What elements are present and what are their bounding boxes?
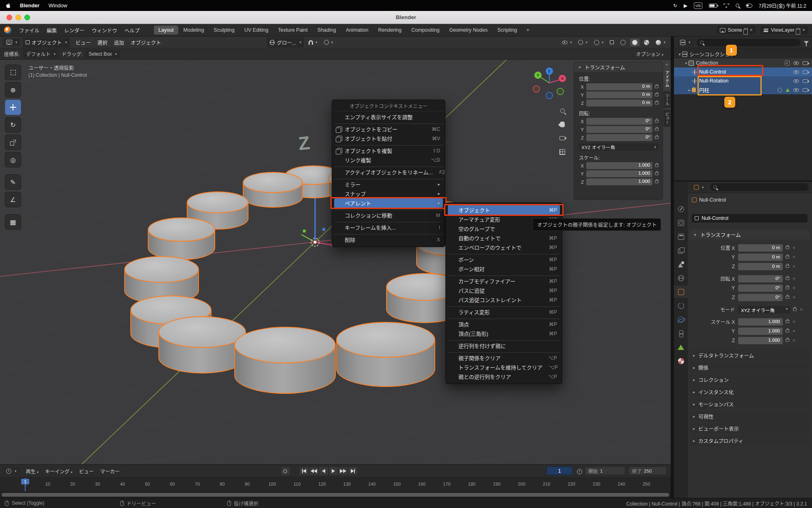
gizmos-dropdown[interactable]: [576, 39, 590, 46]
navigation-gizmo[interactable]: Z Y X: [530, 64, 569, 103]
annotate-tool[interactable]: ✎: [5, 174, 21, 190]
auto-key-button[interactable]: [281, 467, 290, 475]
options-dropdown[interactable]: オプション: [633, 49, 667, 59]
unlink-scene-icon[interactable]: ×: [750, 27, 753, 33]
workspace-tab[interactable]: Sculpting: [209, 26, 239, 35]
hide-eye-icon[interactable]: [793, 79, 799, 83]
tab-tool[interactable]: [674, 203, 688, 215]
control-center-icon[interactable]: [746, 2, 752, 9]
submenu-item[interactable]: エンベロープのウェイトで ⌘P: [448, 243, 560, 252]
filter-icon[interactable]: [804, 41, 809, 44]
menubar-clock[interactable]: 7月29日(金) 午前 11:2: [759, 2, 806, 9]
xray-toggle[interactable]: [608, 39, 616, 46]
timeline-menu[interactable]: 再生: [23, 468, 42, 476]
rotate-icon[interactable]: ↻: [673, 2, 677, 9]
submenu-item[interactable]: オブジェクト ⌘P: [448, 205, 560, 215]
value-field[interactable]: 0 m: [738, 263, 783, 270]
timeline-ruler[interactable]: 1102030405060708090100110120130140150160…: [0, 478, 671, 491]
value-field[interactable]: 0°: [738, 284, 783, 292]
add-workspace-button[interactable]: +: [523, 26, 533, 35]
lock-icon[interactable]: [655, 102, 659, 104]
context-menu-item[interactable]: ミラー ▸: [334, 180, 443, 189]
render-visibility-icon[interactable]: [803, 79, 808, 83]
expand-icon[interactable]: ▾: [684, 61, 689, 65]
tab-world[interactable]: [674, 272, 688, 284]
hide-eye-icon[interactable]: [793, 70, 799, 74]
rotation-field[interactable]: 0°: [586, 118, 652, 125]
overlays-dropdown[interactable]: [592, 39, 606, 46]
render-visibility-icon[interactable]: [803, 61, 808, 65]
expand-icon[interactable]: ▾: [677, 52, 682, 56]
add-cube-tool[interactable]: ▦: [5, 214, 21, 230]
workspace-tab[interactable]: Scripting: [493, 26, 522, 35]
value-field[interactable]: 1.000: [738, 318, 783, 326]
timeline-menu[interactable]: ビュー: [76, 468, 97, 476]
tab-object[interactable]: [674, 286, 688, 298]
workspace-tab[interactable]: Compositing: [407, 26, 444, 35]
collapsed-panel[interactable]: ▸ インスタンス化: [689, 386, 810, 397]
shading-solid-button[interactable]: [630, 39, 639, 46]
shading-rendered-button[interactable]: [654, 39, 667, 46]
unlink-viewlayer-icon[interactable]: ×: [802, 27, 805, 33]
rotation-field[interactable]: 0°: [586, 134, 652, 141]
viewport-3d[interactable]: ユーザー・透視投影 (1) Collection | Null-Control …: [0, 60, 671, 464]
playhead-frame-badge[interactable]: 1: [21, 479, 29, 484]
submenu-item[interactable]: パス追従コンストレイント ⌘P: [448, 295, 560, 304]
frame-end-field[interactable]: 終了 250: [628, 467, 667, 475]
context-menu-item[interactable]: スナップ ▸: [334, 189, 443, 198]
lock-icon[interactable]: [793, 308, 797, 311]
viewport-menu[interactable]: 選択: [94, 39, 111, 47]
editor-type-button[interactable]: [3, 39, 20, 46]
measure-tool[interactable]: ∠: [5, 192, 21, 207]
tab-physics[interactable]: [674, 313, 688, 326]
use-preview-range-icon[interactable]: [577, 468, 582, 475]
lock-icon[interactable]: [786, 246, 789, 249]
collapsed-panel[interactable]: ▸ カスタムプロパティ: [689, 435, 810, 446]
submenu-item[interactable]: 親との逆行列をクリア ⌥P: [448, 372, 560, 381]
lock-icon[interactable]: [786, 256, 789, 258]
coord-dropdown[interactable]: デフォルト: [23, 49, 58, 59]
hide-eye-icon[interactable]: [793, 88, 799, 92]
animate-dot-icon[interactable]: [793, 247, 795, 249]
lock-icon[interactable]: [786, 277, 789, 280]
rotate-tool[interactable]: ↻: [5, 117, 21, 132]
workspace-tab[interactable]: Texture Paint: [274, 26, 312, 35]
topbar-menu[interactable]: ファイル: [15, 27, 43, 35]
collapsed-panel[interactable]: ▸ コレクション: [689, 374, 810, 385]
current-frame-field[interactable]: 1: [546, 467, 572, 475]
context-menu-item[interactable]: キーフレームを挿入... I ▸: [334, 223, 443, 232]
outliner-row-null-control[interactable]: Null-Control: [674, 67, 812, 76]
value-field[interactable]: 0 m: [738, 244, 783, 252]
animate-dot-icon[interactable]: [793, 287, 795, 289]
render-visibility-icon[interactable]: [803, 70, 808, 74]
next-keyframe-button[interactable]: [338, 467, 348, 475]
tab-object-data[interactable]: [674, 341, 688, 353]
menubar-app-name[interactable]: Blender: [20, 2, 39, 9]
workspace-tab[interactable]: Modeling: [179, 26, 209, 35]
collapse-arrow-icon[interactable]: ▾: [577, 65, 582, 69]
collapsed-panel[interactable]: ▸ ビューポート表示: [689, 423, 810, 434]
workspace-tab[interactable]: Shading: [313, 26, 341, 35]
viewport-menu[interactable]: ビュー: [72, 39, 94, 47]
submenu-item[interactable]: カーブモディファイアー ⌘P: [448, 276, 560, 286]
snap-toggle[interactable]: [307, 39, 320, 46]
lock-icon[interactable]: [655, 85, 659, 88]
properties-editor-type-button[interactable]: [691, 184, 707, 191]
select-box-tool[interactable]: [5, 65, 21, 80]
location-field[interactable]: 0 m: [586, 100, 652, 106]
shading-wireframe-button[interactable]: [618, 39, 628, 46]
menubar-window-menu[interactable]: Window: [48, 2, 67, 9]
object-name-field[interactable]: Null-Control: [691, 213, 808, 223]
location-field[interactable]: 0 m: [586, 83, 652, 90]
expand-icon[interactable]: ▸: [687, 88, 692, 92]
hide-eye-icon[interactable]: [793, 61, 799, 65]
location-field[interactable]: 0 m: [586, 91, 652, 98]
keyboard-layout-icon[interactable]: US: [694, 2, 702, 9]
submenu-item[interactable]: 逆行列を付けず親に: [448, 341, 560, 350]
breadcrumb[interactable]: Null-Control: [699, 197, 726, 203]
play-button[interactable]: [328, 467, 338, 475]
submenu-item[interactable]: 頂点 ⌘P: [448, 319, 560, 329]
new-viewlayer-icon[interactable]: [797, 28, 800, 33]
lock-icon[interactable]: [786, 339, 789, 342]
wifi-icon[interactable]: [723, 2, 729, 9]
